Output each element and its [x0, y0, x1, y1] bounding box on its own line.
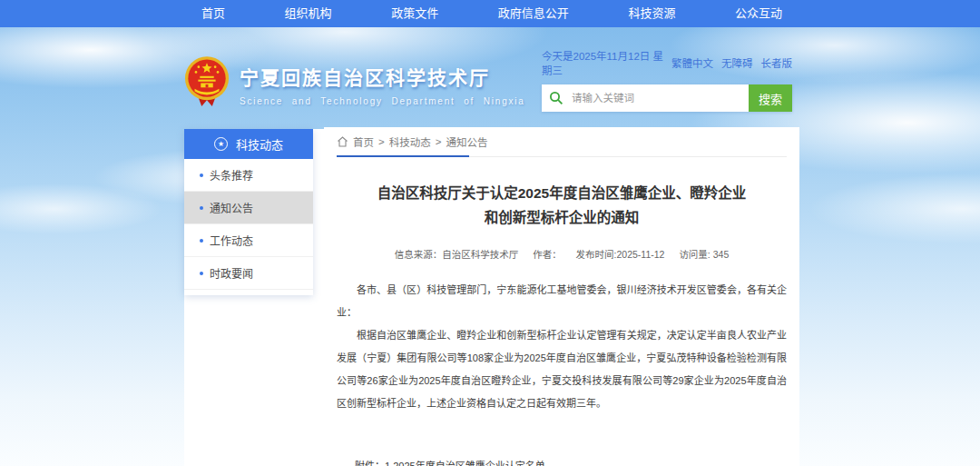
sidebar: ★ 科技动态 头条推荐 通知公告 工作动态 时政要闻 — [184, 129, 313, 295]
meta-views-label: 访问量: — [679, 249, 710, 260]
site-subtitle: Science and Technology Department of Nin… — [240, 96, 525, 106]
article-title-line2: 和创新型标杆企业的通知 — [337, 205, 787, 230]
article-body: 各市、县（区）科技管理部门，宁东能源化工基地管委会，银川经济技术开发区管委会，各… — [337, 279, 787, 415]
attachments-label: 附件： — [355, 455, 385, 466]
main-content: 首页 > 科技动态 > 通知公告 自治区科技厅关于认定2025年度自治区雏鹰企业… — [324, 127, 799, 466]
quick-links: 繁體中文 无障碍 长者版 — [671, 55, 792, 70]
nav-item-gov-info-disclosure[interactable]: 政府信息公开 — [489, 0, 578, 27]
link-senior-version[interactable]: 长者版 — [761, 55, 793, 70]
meta-author-label: 作者： — [533, 249, 562, 260]
breadcrumb-underline — [337, 155, 469, 157]
search-input[interactable] — [570, 92, 724, 104]
site-title-block: 宁夏回族自治区科学技术厅 Science and Technology Depa… — [240, 55, 525, 106]
breadcrumb-tech-dynamics[interactable]: 科技动态 — [389, 134, 431, 149]
bullet-dot-icon — [200, 272, 203, 275]
site-title: 宁夏回族自治区科学技术厅 — [240, 63, 525, 90]
current-date-text: 今天是2025年11月12日 星期三 — [542, 48, 671, 77]
national-emblem-logo — [184, 55, 230, 111]
search-input-area — [542, 84, 749, 112]
attachments-list: 1.2025年度自治区雏鹰企业认定名单 2.2025年度自治区瞪羚企业认定名单 … — [385, 455, 575, 466]
nav-item-home[interactable]: 首页 — [192, 0, 234, 27]
nav-item-organization[interactable]: 组织机构 — [276, 0, 341, 27]
sidebar-title: 科技动态 — [236, 135, 283, 153]
sidebar-item-headline-recommend[interactable]: 头条推荐 — [184, 159, 313, 192]
search-button[interactable]: 搜索 — [749, 84, 792, 112]
breadcrumb: 首页 > 科技动态 > 通知公告 — [337, 127, 787, 156]
sidebar-item-notices[interactable]: 通知公告 — [184, 192, 313, 224]
sidebar-item-label: 时政要闻 — [210, 265, 253, 281]
breadcrumb-current: 通知公告 — [446, 134, 487, 149]
meta-publish-value: 2025-11-12 — [617, 249, 665, 260]
home-icon — [337, 136, 348, 147]
breadcrumb-separator: > — [378, 136, 385, 147]
top-navigation-bar: 首页 组织机构 政策文件 政府信息公开 科技资源 公众互动 — [0, 0, 980, 27]
nav-item-policy-documents[interactable]: 政策文件 — [382, 0, 447, 27]
sidebar-item-label: 头条推荐 — [210, 167, 253, 183]
article-title-line1: 自治区科技厅关于认定2025年度自治区雏鹰企业、瞪羚企业 — [337, 181, 787, 205]
star-circle-icon: ★ — [214, 137, 228, 151]
attachment-link-1[interactable]: 1.2025年度自治区雏鹰企业认定名单 — [385, 455, 575, 466]
header-top-row: 今天是2025年11月12日 星期三 繁體中文 无障碍 长者版 — [542, 48, 792, 77]
sidebar-item-label: 工作动态 — [210, 233, 253, 248]
site-brand[interactable]: 宁夏回族自治区科学技术厅 Science and Technology Depa… — [184, 55, 525, 111]
breadcrumb-divider — [337, 156, 787, 157]
article-paragraph: 根据自治区雏鹰企业、瞪羚企业和创新型标杆企业认定管理有关规定，决定认定半亩良人农… — [337, 324, 787, 415]
bullet-dot-icon — [200, 206, 203, 210]
bullet-dot-icon — [200, 239, 203, 243]
article-title: 自治区科技厅关于认定2025年度自治区雏鹰企业、瞪羚企业 和创新型标杆企业的通知 — [337, 181, 787, 230]
top-navigation-items: 首页 组织机构 政策文件 政府信息公开 科技资源 公众互动 — [192, 0, 791, 27]
link-accessibility[interactable]: 无障碍 — [721, 55, 753, 70]
breadcrumb-home[interactable]: 首页 — [353, 134, 374, 149]
meta-views-value: 345 — [713, 249, 730, 260]
header-utility-area: 今天是2025年11月12日 星期三 繁體中文 无障碍 长者版 搜索 — [542, 48, 792, 112]
search-icon — [549, 91, 564, 105]
bullet-dot-icon — [200, 174, 203, 177]
article-paragraph: 各市、县（区）科技管理部门，宁东能源化工基地管委会，银川经济技术开发区管委会，各… — [337, 279, 787, 324]
sidebar-header: ★ 科技动态 — [184, 129, 313, 159]
breadcrumb-separator: > — [436, 136, 442, 147]
meta-source-label: 信息来源： — [395, 249, 443, 260]
nav-item-tech-resources[interactable]: 科技资源 — [619, 0, 684, 27]
meta-source-value: 自治区科学技术厅 — [442, 249, 518, 260]
meta-publish-label: 发布时间: — [576, 249, 617, 260]
link-traditional-chinese[interactable]: 繁體中文 — [671, 55, 713, 70]
sidebar-item-work-dynamics[interactable]: 工作动态 — [184, 224, 313, 257]
attachments-block: 附件： 1.2025年度自治区雏鹰企业认定名单 2.2025年度自治区瞪羚企业认… — [355, 455, 787, 466]
sidebar-item-label: 通知公告 — [210, 200, 253, 215]
nav-item-public-interaction[interactable]: 公众互动 — [726, 0, 791, 27]
article-meta: 信息来源：自治区科学技术厅 作者： 发布时间:2025-11-12 访问量: 3… — [337, 247, 787, 261]
sidebar-item-current-politics[interactable]: 时政要闻 — [184, 257, 313, 290]
search-bar: 搜索 — [542, 84, 792, 112]
